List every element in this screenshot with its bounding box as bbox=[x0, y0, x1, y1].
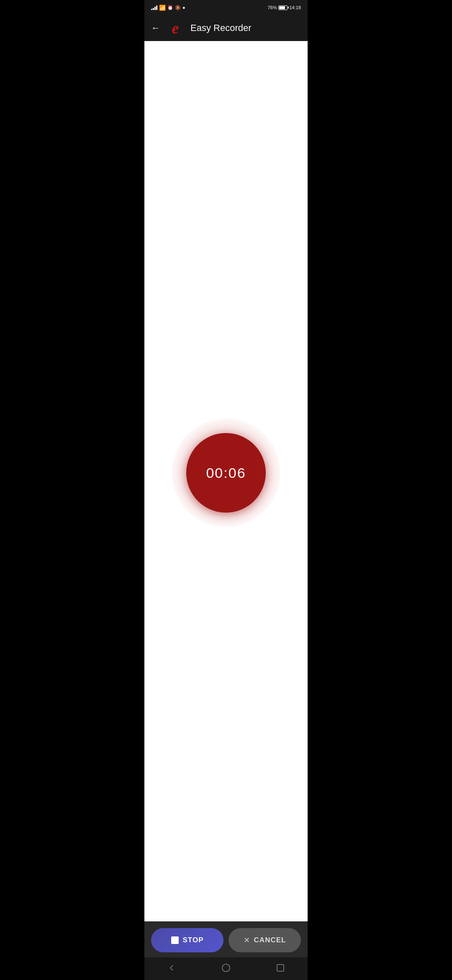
app-logo: e bbox=[166, 19, 185, 37]
record-button[interactable]: 00:06 bbox=[186, 433, 266, 513]
stop-icon bbox=[171, 936, 179, 944]
cancel-label: CANCEL bbox=[254, 936, 286, 944]
bottom-bar: STOP ✕ CANCEL bbox=[144, 921, 308, 957]
cancel-button[interactable]: ✕ CANCEL bbox=[229, 928, 301, 952]
recents-nav-button[interactable] bbox=[272, 962, 289, 974]
status-bar: 📶 ⏰ 🔕 ● 76% 14:18 bbox=[144, 0, 308, 15]
time-display: 14:18 bbox=[289, 5, 301, 10]
record-button-container: 00:06 bbox=[172, 418, 280, 527]
main-content: 00:06 bbox=[144, 41, 308, 921]
mute-icon: 🔕 bbox=[175, 5, 181, 10]
back-arrow-icon: ← bbox=[151, 23, 160, 34]
stop-button[interactable]: STOP bbox=[151, 928, 223, 952]
app-logo-letter: e bbox=[172, 20, 179, 36]
battery-icon bbox=[278, 5, 288, 10]
app-title: Easy Recorder bbox=[190, 23, 252, 34]
status-left: 📶 ⏰ 🔕 ● bbox=[151, 5, 185, 11]
stop-label: STOP bbox=[183, 936, 204, 944]
back-nav-button[interactable] bbox=[163, 962, 180, 974]
back-button[interactable]: ← bbox=[151, 23, 160, 34]
home-nav-button[interactable] bbox=[218, 962, 234, 974]
record-timer: 00:06 bbox=[206, 465, 246, 481]
wifi-icon: 📶 bbox=[159, 5, 166, 11]
alarm-icon: ⏰ bbox=[167, 5, 173, 10]
chrome-icon: ● bbox=[182, 5, 185, 10]
status-right: 76% 14:18 bbox=[267, 5, 301, 10]
cancel-x-icon: ✕ bbox=[244, 936, 250, 945]
nav-bar bbox=[144, 957, 308, 980]
record-button-glow: 00:06 bbox=[172, 418, 280, 527]
svg-rect-1 bbox=[277, 965, 284, 971]
app-header: ← e Easy Recorder bbox=[144, 15, 308, 41]
signal-icon bbox=[151, 5, 157, 10]
battery-percent: 76% bbox=[267, 5, 277, 10]
svg-point-0 bbox=[222, 964, 230, 972]
